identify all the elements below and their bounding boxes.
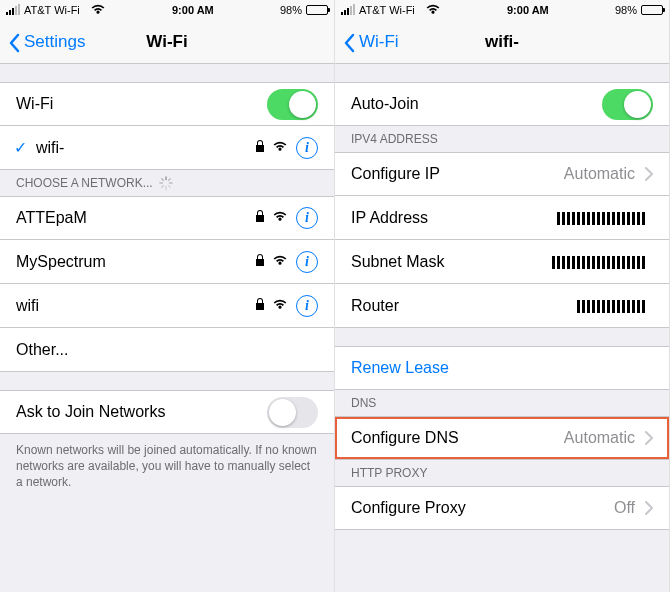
configure-ip-label: Configure IP xyxy=(351,165,564,183)
subnet-mask-value xyxy=(552,253,647,271)
svg-line-5 xyxy=(168,186,170,188)
auto-join-row: Auto-Join xyxy=(335,82,669,126)
status-bar: AT&T Wi-Fi 9:00 AM 98% xyxy=(0,0,334,20)
back-button[interactable]: Wi-Fi xyxy=(343,32,399,52)
configure-ip-row[interactable]: Configure IP Automatic xyxy=(335,152,669,196)
wifi-status-icon xyxy=(84,2,106,18)
ip-address-row: IP Address xyxy=(335,196,669,240)
chevron-left-icon xyxy=(343,33,355,51)
svg-line-7 xyxy=(168,179,170,181)
wifi-status-icon xyxy=(419,2,441,18)
configure-proxy-row[interactable]: Configure Proxy Off xyxy=(335,486,669,530)
ip-address-label: IP Address xyxy=(351,209,557,227)
nav-bar: Settings Wi-Fi xyxy=(0,20,334,64)
info-icon[interactable]: i xyxy=(296,251,318,273)
renew-lease-label: Renew Lease xyxy=(351,359,653,377)
info-icon[interactable]: i xyxy=(296,137,318,159)
wifi-signal-icon xyxy=(266,297,288,315)
carrier-label: AT&T Wi-Fi xyxy=(359,4,415,16)
cell-signal-icon xyxy=(6,5,20,15)
battery-percent: 98% xyxy=(280,4,302,16)
wifi-toggle[interactable] xyxy=(267,89,318,120)
chevron-right-icon xyxy=(645,431,653,445)
ip-address-value xyxy=(557,209,647,227)
lock-icon xyxy=(248,139,266,157)
configure-dns-row[interactable]: Configure DNS Automatic xyxy=(335,416,669,460)
wifi-toggle-row: Wi-Fi xyxy=(0,82,334,126)
ask-to-join-row: Ask to Join Networks xyxy=(0,390,334,434)
dns-header: DNS xyxy=(335,390,669,416)
connected-network-row[interactable]: ✓ wifi- i xyxy=(0,126,334,170)
auto-join-label: Auto-Join xyxy=(351,95,602,113)
other-label: Other... xyxy=(16,341,318,359)
lock-icon xyxy=(248,297,266,315)
battery-percent: 98% xyxy=(615,4,637,16)
wifi-settings-screen: AT&T Wi-Fi 9:00 AM 98% Settings Wi-Fi Wi… xyxy=(0,0,335,592)
wifi-signal-icon xyxy=(266,253,288,271)
svg-line-4 xyxy=(161,179,163,181)
connected-network-name: wifi- xyxy=(36,139,248,157)
ipv4-header: IPV4 ADDRESS xyxy=(335,126,669,152)
svg-line-6 xyxy=(161,186,163,188)
wifi-signal-icon xyxy=(266,209,288,227)
network-name: wifi xyxy=(16,297,248,315)
configure-ip-value: Automatic xyxy=(564,165,635,183)
info-icon[interactable]: i xyxy=(296,295,318,317)
router-value xyxy=(577,297,647,315)
cell-signal-icon xyxy=(341,5,355,15)
nav-bar: Wi-Fi wifi- xyxy=(335,20,669,64)
router-row: Router xyxy=(335,284,669,328)
back-label: Settings xyxy=(24,32,85,52)
configure-dns-label: Configure DNS xyxy=(351,429,564,447)
lock-icon xyxy=(248,209,266,227)
chevron-right-icon xyxy=(645,501,653,515)
network-row[interactable]: wifi i xyxy=(0,284,334,328)
network-name: ATTEpaM xyxy=(16,209,248,227)
http-proxy-header: HTTP PROXY xyxy=(335,460,669,486)
ask-to-join-footer: Known networks will be joined automatica… xyxy=(0,434,334,499)
network-row[interactable]: ATTEpaM i xyxy=(0,196,334,240)
subnet-mask-label: Subnet Mask xyxy=(351,253,552,271)
subnet-mask-row: Subnet Mask xyxy=(335,240,669,284)
wifi-signal-icon xyxy=(266,139,288,157)
checkmark-icon: ✓ xyxy=(14,138,27,157)
ask-to-join-label: Ask to Join Networks xyxy=(16,403,267,421)
clock: 9:00 AM xyxy=(172,4,214,16)
other-network-row[interactable]: Other... xyxy=(0,328,334,372)
chevron-right-icon xyxy=(645,167,653,181)
wifi-toggle-label: Wi-Fi xyxy=(16,95,267,113)
configure-proxy-label: Configure Proxy xyxy=(351,499,614,517)
chevron-left-icon xyxy=(8,33,20,51)
configure-proxy-value: Off xyxy=(614,499,635,517)
back-button[interactable]: Settings xyxy=(8,32,85,52)
router-label: Router xyxy=(351,297,577,315)
choose-network-header: CHOOSE A NETWORK... xyxy=(0,170,334,196)
carrier-label: AT&T Wi-Fi xyxy=(24,4,80,16)
renew-lease-row[interactable]: Renew Lease xyxy=(335,346,669,390)
spinner-icon xyxy=(159,176,173,190)
battery-icon xyxy=(641,5,663,15)
clock: 9:00 AM xyxy=(507,4,549,16)
network-row[interactable]: MySpectrum i xyxy=(0,240,334,284)
status-bar: AT&T Wi-Fi 9:00 AM 98% xyxy=(335,0,669,20)
wifi-detail-screen: AT&T Wi-Fi 9:00 AM 98% Wi-Fi wifi- Auto-… xyxy=(335,0,670,592)
auto-join-toggle[interactable] xyxy=(602,89,653,120)
info-icon[interactable]: i xyxy=(296,207,318,229)
ask-to-join-toggle[interactable] xyxy=(267,397,318,428)
battery-icon xyxy=(306,5,328,15)
configure-dns-value: Automatic xyxy=(564,429,635,447)
lock-icon xyxy=(248,253,266,271)
network-name: MySpectrum xyxy=(16,253,248,271)
back-label: Wi-Fi xyxy=(359,32,399,52)
